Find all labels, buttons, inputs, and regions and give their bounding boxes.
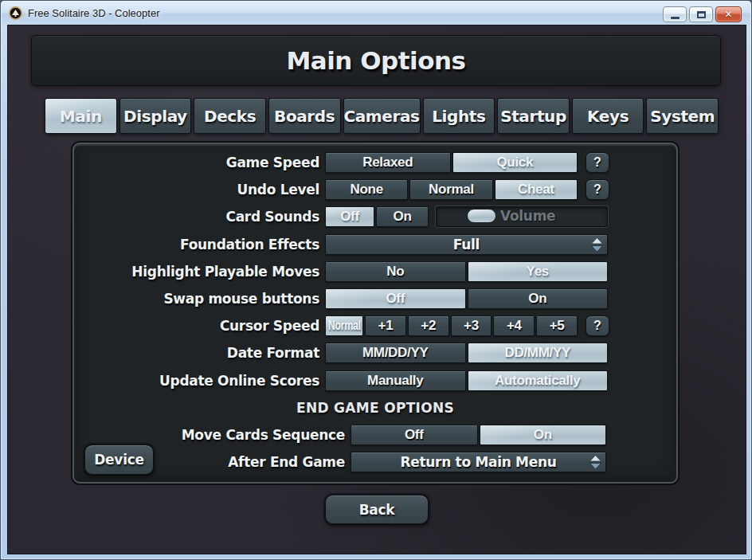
volume-slider-thumb[interactable]	[467, 209, 496, 223]
option-button-label: None	[351, 182, 383, 198]
tab-display[interactable]: Display	[119, 98, 192, 134]
option-card-sounds-on[interactable]: On	[376, 206, 429, 227]
tab-cameras[interactable]: Cameras	[343, 98, 421, 134]
tab-main[interactable]: Main	[45, 98, 117, 134]
option-label-move-cards-sequence: Move Cards Sequence	[76, 425, 351, 445]
window: Free Solitaire 3D - Coleopter ✕ Main Opt…	[0, 0, 752, 560]
option-row-move-cards-sequence: Move Cards SequenceOffOn	[76, 425, 675, 445]
minimize-button[interactable]	[663, 6, 687, 22]
option-update-online-scores-automatically[interactable]: Automatically	[468, 370, 609, 391]
tab-lights[interactable]: Lights	[423, 98, 495, 134]
option-label-date-format: Date Format	[76, 343, 325, 363]
option-button-label: On	[528, 291, 546, 307]
option-button-label: On	[534, 427, 552, 443]
controls-game-speed: RelaxedQuick	[325, 152, 578, 173]
option-game-speed-relaxed[interactable]: Relaxed	[325, 152, 451, 173]
option-button-label: DD/MM/YY	[504, 345, 570, 361]
option-row-card-sounds: Card SoundsOffOnVolume	[76, 206, 675, 227]
option-date-format-dd-mm-yy[interactable]: DD/MM/YY	[468, 343, 609, 363]
option-undo-level-none[interactable]: None	[325, 179, 408, 200]
option-button-label: +5	[550, 318, 565, 334]
window-title: Free Solitaire 3D - Coleopter	[28, 7, 159, 19]
help-button-cursor-speed[interactable]: ?	[586, 315, 609, 336]
option-row-highlight-playable-moves: Highlight Playable MovesNoYes	[76, 261, 675, 282]
maximize-icon	[697, 11, 706, 18]
option-button-label: Off	[405, 427, 424, 443]
controls-move-cards-sequence: OffOn	[351, 425, 606, 445]
option-button-label: +3	[464, 318, 479, 334]
option-button-label: Manually	[367, 373, 423, 389]
option-move-cards-sequence-off[interactable]: Off	[351, 425, 478, 445]
option-button-label: Automatically	[495, 373, 581, 389]
option-row-date-format: Date FormatMM/DD/YYDD/MM/YY	[76, 343, 675, 363]
device-button[interactable]: Device	[84, 444, 154, 475]
option-undo-level-cheat[interactable]: Cheat	[495, 179, 578, 200]
option-cursor-speed-normal[interactable]: Normal	[325, 315, 363, 336]
option-row-game-speed: Game SpeedRelaxedQuick?	[76, 152, 675, 173]
tab-decks[interactable]: Decks	[194, 98, 266, 134]
option-undo-level-normal[interactable]: Normal	[409, 179, 492, 200]
option-move-cards-sequence-on[interactable]: On	[480, 425, 607, 445]
header-panel: Main Options	[31, 35, 721, 86]
option-card-sounds-off[interactable]: Off	[325, 206, 374, 227]
controls-undo-level: NoneNormalCheat	[325, 179, 578, 200]
options-rows: Game SpeedRelaxedQuick?Undo LevelNoneNor…	[76, 144, 675, 482]
option-row-after-end-game: After End GameReturn to Main Menu	[76, 452, 675, 472]
close-button[interactable]: ✕	[715, 6, 742, 22]
controls-foundation-effects: Full	[325, 234, 608, 255]
help-button-game-speed[interactable]: ?	[586, 152, 609, 173]
maximize-button[interactable]	[689, 6, 713, 22]
option-update-online-scores-manually[interactable]: Manually	[325, 370, 466, 391]
tab-bar: MainDisplayDecksBoardsCamerasLightsStart…	[45, 98, 719, 134]
dropdown-value: Return to Main Menu	[400, 454, 556, 470]
back-button[interactable]: Back	[325, 495, 429, 524]
volume-slider[interactable]: Volume	[436, 206, 608, 227]
option-label-highlight-playable-moves: Highlight Playable Moves	[76, 261, 325, 282]
option-button-label: Normal	[328, 318, 361, 334]
tab-boards[interactable]: Boards	[268, 98, 341, 134]
option-date-format-mm-dd-yy[interactable]: MM/DD/YY	[325, 343, 466, 363]
option-cursor-speed-1[interactable]: +1	[365, 315, 406, 336]
controls-date-format: MM/DD/YYDD/MM/YY	[325, 343, 608, 363]
title-bar: Free Solitaire 3D - Coleopter ✕	[2, 2, 750, 25]
option-swap-mouse-buttons-on[interactable]: On	[468, 288, 609, 309]
option-label-undo-level: Undo Level	[76, 179, 325, 200]
minimize-icon	[671, 17, 680, 19]
option-label-swap-mouse-buttons: Swap mouse buttons	[76, 288, 325, 309]
foundation-effects-dropdown[interactable]: Full	[325, 234, 608, 255]
option-row-cursor-speed: Cursor SpeedNormal+1+2+3+4+5?	[76, 315, 675, 336]
tab-startup[interactable]: Startup	[497, 98, 570, 134]
option-row-foundation-effects: Foundation EffectsFull	[76, 234, 675, 255]
option-button-label: Off	[340, 209, 359, 225]
app-icon[interactable]	[9, 6, 22, 20]
page-title: Main Options	[286, 46, 465, 75]
option-swap-mouse-buttons-off[interactable]: Off	[325, 288, 466, 309]
after-end-game-dropdown[interactable]: Return to Main Menu	[351, 452, 606, 472]
window-controls: ✕	[663, 6, 742, 22]
option-row-update-online-scores: Update Online ScoresManuallyAutomaticall…	[76, 370, 675, 391]
option-game-speed-quick[interactable]: Quick	[452, 152, 578, 173]
help-button-undo-level[interactable]: ?	[586, 179, 609, 200]
tab-system[interactable]: System	[646, 98, 719, 134]
option-label-game-speed: Game Speed	[76, 152, 325, 173]
option-button-label: On	[393, 209, 411, 225]
option-button-label: Off	[386, 291, 405, 307]
dropdown-value: Full	[453, 237, 480, 253]
option-button-label: +1	[378, 318, 394, 334]
option-button-label: No	[386, 264, 404, 280]
controls-highlight-playable-moves: NoYes	[325, 261, 608, 282]
controls-card-sounds: OffOnVolume	[325, 206, 608, 227]
option-cursor-speed-2[interactable]: +2	[408, 315, 449, 336]
section-title: END GAME OPTIONS	[296, 397, 454, 418]
option-button-label: +2	[421, 318, 436, 334]
option-cursor-speed-3[interactable]: +3	[451, 315, 492, 336]
option-label-card-sounds: Card Sounds	[76, 206, 325, 227]
tab-keys[interactable]: Keys	[572, 98, 644, 134]
option-highlight-playable-moves-yes[interactable]: Yes	[468, 261, 609, 282]
option-row-undo-level: Undo LevelNoneNormalCheat?	[76, 179, 675, 200]
section-header-end-game-options: END GAME OPTIONS	[76, 397, 675, 418]
option-cursor-speed-4[interactable]: +4	[493, 315, 535, 336]
option-cursor-speed-5[interactable]: +5	[536, 315, 578, 336]
option-highlight-playable-moves-no[interactable]: No	[325, 261, 466, 282]
options-panel: Game SpeedRelaxedQuick?Undo LevelNoneNor…	[72, 143, 678, 484]
